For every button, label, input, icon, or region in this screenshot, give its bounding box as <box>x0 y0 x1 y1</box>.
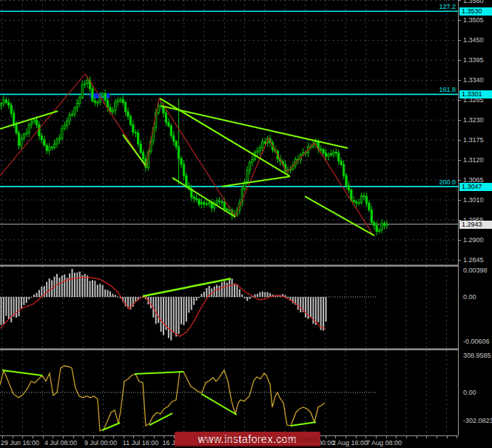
price-axis-tick <box>459 180 461 181</box>
time-axis-tick <box>326 436 326 438</box>
time-axis-label: 11 Jul 16:00 <box>123 439 158 447</box>
fib-level-label: 200.0 <box>411 178 456 186</box>
time-axis-tick <box>426 436 427 438</box>
time-axis-tick <box>396 436 397 438</box>
time-axis-tick <box>113 436 114 438</box>
price-axis-tick <box>459 160 461 161</box>
fib-level-label: 127.2 <box>411 3 456 10</box>
time-axis-tick <box>22 436 23 438</box>
time-axis-tick <box>335 436 336 438</box>
time-axis-tick <box>53 436 53 438</box>
indicator-axis-label: 0.00398 <box>463 267 488 274</box>
price-axis-label: 1.3505 <box>463 16 484 24</box>
time-axis-tick <box>154 436 155 438</box>
time-axis-tick <box>365 436 366 438</box>
indicator-axis-label: 308.9585 <box>463 352 491 359</box>
time-axis-tick <box>133 436 134 438</box>
price-axis-label: 1.3340 <box>463 76 484 84</box>
scale-divider <box>458 0 459 435</box>
price-chart-panel[interactable] <box>0 0 458 264</box>
time-axis-tick <box>447 436 448 438</box>
time-axis-label-behind-banner: 26 Jul 08:00 <box>282 436 318 444</box>
price-axis-label: 1.3010 <box>463 196 484 204</box>
fib-price-tag: 1.3047 <box>459 183 492 191</box>
time-axis-tick <box>376 436 377 438</box>
time-axis-tick <box>124 436 124 438</box>
price-axis-tick <box>459 200 461 201</box>
indicator-axis-label: -302.0823 <box>463 417 492 424</box>
time-axis-tick <box>93 436 94 438</box>
time-axis-tick <box>13 436 13 438</box>
indicator-axis-label: -0.00606 <box>463 338 490 345</box>
time-axis-tick <box>164 436 164 438</box>
price-axis-label: 1.2900 <box>463 236 484 244</box>
time-axis-tick <box>386 436 387 438</box>
price-axis-tick <box>459 240 461 241</box>
price-axis-label: 1.3120 <box>463 156 484 164</box>
price-axis-label: 1.3560 <box>463 0 484 4</box>
price-axis-tick <box>459 140 461 141</box>
indicator-axis-label: 0.00 <box>463 293 476 301</box>
time-axis-tick <box>83 436 84 438</box>
price-axis-tick <box>459 80 461 81</box>
time-axis-tick <box>346 436 346 438</box>
indicator-axis-label: 0.00 <box>463 389 476 396</box>
time-axis-tick <box>437 436 437 438</box>
time-axis-label-behind-banner: 19 Jul 00:00 <box>202 436 238 444</box>
time-axis-tick <box>417 436 417 438</box>
time-axis-label: 7 Aug 08:00 <box>366 439 402 447</box>
fib-price-tag: 1.3530 <box>459 7 492 16</box>
time-axis-label: 9 Jul 00:00 <box>84 439 117 447</box>
price-axis-tick <box>459 100 461 101</box>
time-axis-label-behind-banner: 23 Jul 16:00 <box>242 436 278 444</box>
time-axis-label: 4 Jul 08:00 <box>44 439 77 447</box>
price-axis-tick <box>459 120 461 121</box>
price-axis-tick <box>459 20 461 21</box>
candlestick-chart-canvas[interactable] <box>0 0 458 264</box>
price-axis-tick <box>459 260 461 261</box>
fib-price-tag: 1.3301 <box>459 90 492 98</box>
price-axis-label: 1.3230 <box>463 116 484 124</box>
price-axis-label: 1.3395 <box>463 56 484 64</box>
price-scale[interactable]: 1.35601.35051.34501.33951.33401.32851.32… <box>459 0 492 448</box>
time-axis-tick <box>73 436 74 438</box>
macd-indicator-panel[interactable] <box>0 267 458 348</box>
fib-level-label: 161.8 <box>411 86 456 93</box>
time-axis-label: 29 Jun 16:00 <box>1 439 39 447</box>
trading-chart-window: 127.2161.8200.0 1.35601.35051.34501.3395… <box>0 0 492 448</box>
price-axis-tick <box>459 0 461 1</box>
cci-oscillator-canvas[interactable] <box>0 350 458 435</box>
time-axis-tick <box>406 436 407 438</box>
time-axis-tick <box>104 436 104 438</box>
time-axis-tick <box>63 436 64 438</box>
price-axis-tick <box>459 60 461 61</box>
time-axis-tick <box>2 436 3 438</box>
current-price-tag: 1.2943 <box>459 221 492 229</box>
cci-indicator-panel[interactable] <box>0 350 458 435</box>
price-axis-label: 1.2845 <box>463 256 484 264</box>
time-axis-tick <box>144 436 144 438</box>
macd-histogram-canvas[interactable] <box>0 267 458 348</box>
price-axis-label: 1.3175 <box>463 136 484 144</box>
price-axis-tick <box>459 40 461 41</box>
time-axis-tick <box>43 436 44 438</box>
time-axis-tick <box>33 436 33 438</box>
time-axis-tick <box>456 436 457 438</box>
time-axis-label: 2 Aug 16:00 <box>332 439 368 447</box>
time-axis-tick <box>356 436 357 438</box>
price-axis-label: 1.3450 <box>463 36 484 44</box>
